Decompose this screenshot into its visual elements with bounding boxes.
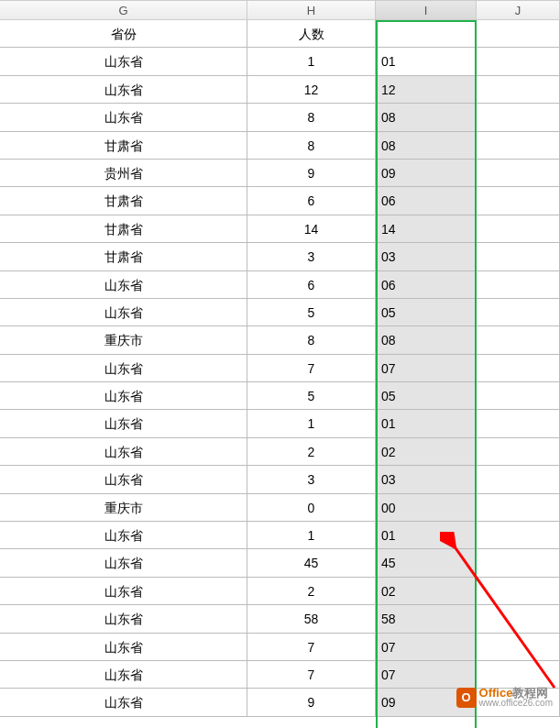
cell-count[interactable]: 12 [247,76,376,104]
cell-formatted[interactable]: 07 [376,661,477,689]
cell-count[interactable]: 6 [247,271,376,299]
cell-empty[interactable] [477,355,560,382]
cell-province[interactable]: 山东省 [0,382,247,410]
cell-formatted[interactable]: 07 [376,355,477,382]
header-empty[interactable] [477,20,560,48]
cell-count[interactable]: 1 [247,48,376,75]
cell-formatted[interactable]: 05 [376,382,477,410]
cell-count[interactable]: 7 [247,634,376,661]
column-header-h[interactable]: H [247,1,376,19]
cell-formatted[interactable]: 03 [376,466,477,493]
cell-count[interactable]: 9 [247,689,376,716]
cell-count[interactable]: 8 [247,132,376,160]
cell-formatted[interactable]: 06 [376,271,477,299]
cell-province[interactable]: 山东省 [0,689,247,716]
cell-count[interactable]: 2 [247,438,376,466]
cell-province[interactable]: 山东省 [0,104,247,131]
cell-province[interactable]: 甘肃省 [0,132,247,160]
header-count[interactable]: 人数 [247,20,376,48]
cell-province[interactable]: 山东省 [0,355,247,382]
cell-count[interactable]: 1 [247,410,376,437]
cell-count[interactable]: 5 [247,299,376,326]
cell-province[interactable]: 贵州省 [0,160,247,187]
cell-count[interactable]: 7 [247,355,376,382]
column-header-g[interactable]: G [0,1,247,19]
cell-empty[interactable] [477,215,560,243]
header-formatted[interactable] [376,20,477,48]
cell-count[interactable]: 0 [247,494,376,522]
cell-formatted[interactable]: 01 [376,48,477,75]
cell-empty[interactable] [477,160,560,187]
cell-count[interactable]: 7 [247,661,376,689]
header-province[interactable]: 省份 [0,20,247,48]
column-header-j[interactable]: J [477,1,560,19]
cell-empty[interactable] [477,382,560,410]
cell-empty[interactable] [477,243,560,270]
cell-province[interactable]: 山东省 [0,48,247,75]
cell-formatted[interactable]: 02 [376,438,477,466]
cell-empty[interactable] [477,549,560,577]
cell-empty[interactable] [477,76,560,104]
cell-count[interactable]: 14 [247,215,376,243]
cell-empty[interactable] [477,661,560,689]
column-header-i[interactable]: I [376,1,477,19]
cell-count[interactable]: 8 [247,326,376,354]
cell-province[interactable]: 山东省 [0,605,247,633]
cell-formatted[interactable]: 12 [376,76,477,104]
cell-count[interactable]: 58 [247,605,376,633]
cell-count[interactable]: 5 [247,382,376,410]
cell-province[interactable]: 山东省 [0,299,247,326]
cell-province[interactable]: 山东省 [0,410,247,437]
cell-count[interactable]: 45 [247,549,376,577]
cell-empty[interactable] [477,438,560,466]
cell-empty[interactable] [477,578,560,605]
cell-count[interactable]: 6 [247,187,376,215]
cell-province[interactable]: 重庆市 [0,326,247,354]
cell-province[interactable]: 甘肃省 [0,215,247,243]
cell-formatted[interactable]: 01 [376,410,477,437]
cell-province[interactable]: 甘肃省 [0,243,247,270]
cell-province[interactable]: 山东省 [0,438,247,466]
cell-count[interactable]: 3 [247,243,376,270]
cell-formatted[interactable]: 07 [376,634,477,661]
cell-empty[interactable] [477,634,560,661]
cell-empty[interactable] [477,494,560,522]
cell-formatted[interactable]: 03 [376,243,477,270]
cell-formatted[interactable]: 58 [376,605,477,633]
cell-formatted[interactable]: 02 [376,578,477,605]
cell-province[interactable]: 重庆市 [0,494,247,522]
cell-formatted[interactable]: 14 [376,215,477,243]
cell-formatted[interactable]: 09 [376,160,477,187]
cell-formatted[interactable]: 08 [376,132,477,160]
cell-province[interactable]: 山东省 [0,578,247,605]
cell-empty[interactable] [477,299,560,326]
cell-count[interactable]: 9 [247,160,376,187]
cell-formatted[interactable]: 08 [376,104,477,131]
cell-province[interactable]: 山东省 [0,549,247,577]
cell-empty[interactable] [477,326,560,354]
cell-province[interactable]: 山东省 [0,76,247,104]
cell-empty[interactable] [477,187,560,215]
cell-formatted[interactable]: 06 [376,187,477,215]
cell-empty[interactable] [477,48,560,75]
cell-empty[interactable] [477,104,560,131]
cell-province[interactable]: 山东省 [0,634,247,661]
cell-province[interactable]: 山东省 [0,466,247,493]
cell-count[interactable]: 1 [247,522,376,549]
cell-empty[interactable] [477,271,560,299]
cell-formatted[interactable]: 08 [376,326,477,354]
cell-province[interactable]: 山东省 [0,271,247,299]
cell-formatted[interactable]: 01 [376,522,477,549]
cell-count[interactable]: 2 [247,578,376,605]
cell-province[interactable]: 山东省 [0,661,247,689]
cell-empty[interactable] [477,522,560,549]
cell-count[interactable]: 8 [247,104,376,131]
cell-empty[interactable] [477,466,560,493]
cell-formatted[interactable]: 45 [376,549,477,577]
cell-formatted[interactable]: 05 [376,299,477,326]
cell-formatted[interactable]: 00 [376,494,477,522]
cell-province[interactable]: 山东省 [0,522,247,549]
cell-empty[interactable] [477,605,560,633]
cell-province[interactable]: 甘肃省 [0,187,247,215]
cell-empty[interactable] [477,410,560,437]
